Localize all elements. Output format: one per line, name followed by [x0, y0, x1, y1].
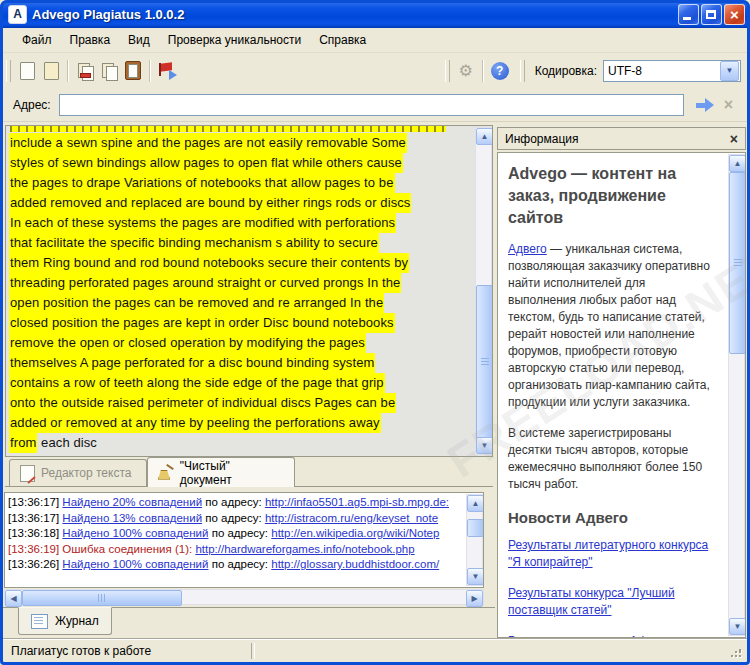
app-icon: A: [8, 5, 27, 24]
menu-item-Вид[interactable]: Вид: [119, 30, 159, 50]
editor-line: remove the open or closed operation by m…: [9, 333, 474, 353]
status-bar: Плагиатус готов к работе: [3, 639, 747, 662]
log-mid-text: по адресу:: [202, 512, 265, 524]
stop-button[interactable]: ×: [724, 97, 733, 113]
log-entry: [13:36:17] Найдено 13% совпадений по адр…: [8, 511, 463, 527]
menu-item-Справка[interactable]: Справка: [310, 30, 375, 50]
highlighted-text: onto the outside raised perimeter of ind…: [9, 393, 396, 413]
app-window: A Advego Plagiatus 1.0.0.2 × ФайлПравкаВ…: [0, 0, 750, 665]
open-document-button[interactable]: [39, 59, 63, 83]
tab-journal-label: Журнал: [55, 614, 99, 628]
news-link[interactable]: Вышла новая версия Advego Plagiatus - 1.…: [508, 633, 713, 638]
scroll-right-icon[interactable]: ▶: [466, 590, 483, 607]
tab-text-editor[interactable]: Редактор текста: [9, 459, 147, 486]
scroll-up-icon[interactable]: ▲: [729, 155, 746, 172]
toolbar-grip: [6, 60, 11, 82]
new-document-button[interactable]: [15, 59, 39, 83]
log-url-link[interactable]: http://hardwareforgames.info/notebook.ph…: [195, 543, 414, 555]
maximize-button[interactable]: [701, 4, 722, 25]
toolbar-separator: [67, 60, 69, 82]
scroll-down-icon[interactable]: ▼: [729, 618, 746, 635]
editor-line: from each disc: [9, 433, 474, 453]
resize-grip[interactable]: [731, 647, 743, 659]
info-vertical-scrollbar[interactable]: ▲ ▼: [728, 154, 745, 636]
copy-button[interactable]: [97, 59, 121, 83]
go-button[interactable]: [694, 97, 716, 113]
editor-line: contains a row of teeth along the side e…: [9, 373, 474, 393]
menu-item-Проверка уникальности[interactable]: Проверка уникальности: [159, 30, 310, 50]
log-vertical-scrollbar[interactable]: ▲ ▼: [466, 494, 483, 586]
info-scrollbar-thumb[interactable]: [729, 172, 746, 354]
info-close-icon[interactable]: ×: [730, 132, 738, 146]
scroll-up-icon[interactable]: ▲: [476, 128, 493, 145]
encoding-label: Кодировка:: [535, 64, 597, 78]
editor-scrollbar-thumb[interactable]: [476, 285, 493, 439]
tab-clean-document-label: "Чистый" документ: [180, 459, 284, 487]
menu-bar: ФайлПравкаВидПроверка уникальностиСправк…: [3, 28, 747, 53]
help-button[interactable]: ?: [488, 59, 512, 83]
news-link[interactable]: Результаты конкурса "Лучший поставщик ст…: [508, 585, 713, 619]
chevron-down-icon[interactable]: ▼: [720, 61, 739, 81]
scroll-left-icon[interactable]: ◀: [5, 590, 22, 607]
paste-button[interactable]: [121, 59, 145, 83]
info-panel-body: Advego — контент на заказ, продвижение с…: [497, 152, 746, 638]
scroll-down-icon[interactable]: ▼: [476, 437, 493, 454]
highlighted-text: added or removed at any time by peeling …: [9, 413, 381, 433]
info-panel-header: Информация ×: [497, 127, 746, 150]
minimize-icon: [683, 17, 691, 20]
editor-vertical-scrollbar[interactable]: ▲ ▼: [475, 127, 492, 455]
document-tabs: Редактор текста "Чистый" документ: [5, 457, 493, 489]
remove-page-icon: [78, 63, 93, 79]
check-uniqueness-flag-icon: [157, 61, 177, 81]
text-editor[interactable]: include a sewn spine and the pages are n…: [5, 125, 493, 457]
log-status-link[interactable]: Найдено 20% совпадений: [62, 496, 202, 508]
encoding-select[interactable]: UTF-8 ▼: [603, 60, 741, 82]
tab-clean-document[interactable]: "Чистый" документ: [147, 457, 295, 487]
broom-icon: [158, 466, 174, 480]
menu-item-Файл[interactable]: Файл: [13, 30, 61, 50]
log-url-link[interactable]: http://en.wikipedia.org/wiki/Notep: [271, 527, 439, 539]
log-url-link[interactable]: http://infao5501.ag5.mpi-sb.mpg.de:: [265, 496, 449, 508]
news-list: Результаты литературного конкурса "Я коп…: [508, 537, 713, 638]
minimize-button[interactable]: [678, 4, 699, 25]
highlighted-text: In each of these systems the pages are m…: [9, 213, 396, 233]
log-status-link: Ошибка соединения (1):: [62, 543, 192, 555]
editor-line: In each of these systems the pages are m…: [9, 213, 474, 233]
log-status-link[interactable]: Найдено 100% совпадений: [62, 527, 208, 539]
close-button[interactable]: ×: [724, 4, 745, 25]
info-paragraph-1-text: — уникальная система, позволяющая заказч…: [508, 242, 710, 409]
highlighted-text: added removed and replaced are bound by …: [9, 193, 411, 213]
highlighted-text: open position the pages can be removed a…: [9, 293, 384, 313]
toolbar-grip: [445, 60, 450, 82]
highlighted-text: threading perforated pages around straig…: [9, 273, 401, 293]
log-status-link[interactable]: Найдено 100% совпадений: [62, 558, 208, 570]
info-heading: Advego — контент на заказ, продвижение с…: [508, 163, 713, 229]
new-document-icon: [20, 62, 35, 80]
editor-text: include a sewn spine and the pages are n…: [9, 126, 474, 456]
tab-text-editor-label: Редактор текста: [41, 466, 131, 480]
remove-page-button[interactable]: [73, 59, 97, 83]
log-url-link[interactable]: http://istracom.ru/eng/keyset_note: [265, 512, 438, 524]
info-paragraph-1: Адвего — уникальная система, позволяющая…: [508, 241, 713, 411]
settings-button[interactable]: ⚙: [454, 59, 478, 83]
log-status-link[interactable]: Найдено 13% совпадений: [62, 512, 202, 524]
log-scrollbar-thumb[interactable]: [467, 519, 484, 537]
log-entry: [13:36:26] Найдено 100% совпадений по ад…: [8, 557, 463, 573]
encoding-value: UTF-8: [604, 64, 720, 78]
journal-list-icon: [31, 614, 48, 629]
pencil-page-icon: [20, 465, 35, 482]
advego-link[interactable]: Адвего: [508, 242, 547, 256]
info-panel-title: Информация: [505, 132, 578, 146]
check-uniqueness-button[interactable]: [155, 59, 179, 83]
log-url-link[interactable]: http://glossary.buddhistdoor.com/: [271, 558, 439, 570]
tab-journal[interactable]: Журнал: [18, 607, 112, 635]
scroll-up-icon[interactable]: ▲: [467, 495, 484, 512]
scroll-down-icon[interactable]: ▼: [467, 568, 484, 585]
news-link[interactable]: Результаты литературного конкурса "Я коп…: [508, 537, 713, 571]
log-hscrollbar-thumb[interactable]: [22, 590, 182, 606]
menu-item-Правка[interactable]: Правка: [61, 30, 120, 50]
highlighted-text: them Ring bound and rod bound notebooks …: [9, 253, 409, 273]
address-input[interactable]: [59, 94, 684, 116]
highlighted-text: from: [9, 433, 37, 453]
log-horizontal-scrollbar[interactable]: ◀ ▶: [4, 589, 484, 605]
